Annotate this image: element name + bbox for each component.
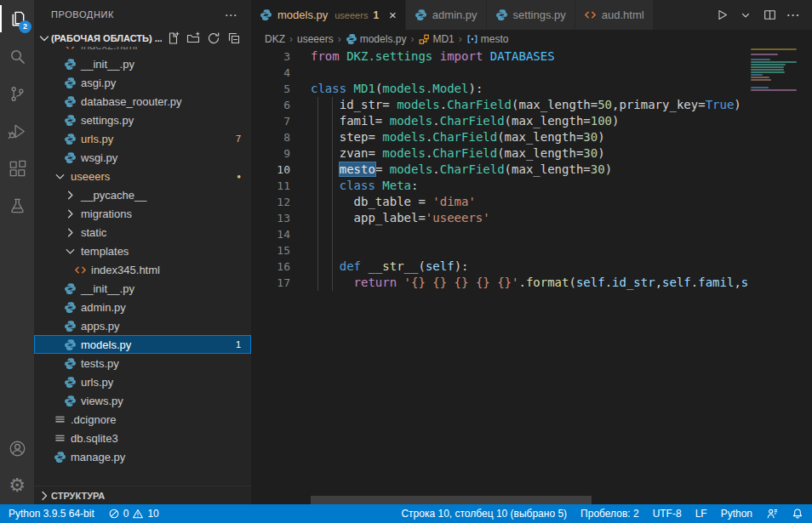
code-token: . (440, 98, 447, 111)
activity-bar-top: 2 (0, 0, 34, 225)
tab-settings.py[interactable]: settings.py (487, 0, 575, 30)
tree-item-__pycache__[interactable]: __pycache__ (34, 185, 251, 204)
code-line-text: from DKZ.settings import DATABASES (311, 48, 555, 65)
collapse-all-icon[interactable] (227, 31, 241, 45)
close-icon[interactable]: × (389, 9, 397, 21)
activity-search-button[interactable] (0, 37, 34, 75)
status-eol[interactable]: LF (695, 508, 707, 520)
activity-testing-button[interactable] (0, 187, 34, 225)
activity-explorer-button[interactable]: 2 (0, 0, 34, 37)
new-file-icon[interactable] (166, 31, 180, 45)
tree-item-label: .dcignore (71, 413, 116, 426)
line-number: 10 (251, 162, 290, 178)
tree-item-useeers[interactable]: useeers● (34, 167, 251, 185)
line-number: 3 (251, 48, 290, 65)
status-notifications[interactable] (792, 508, 803, 520)
code-token: models (390, 114, 433, 128)
tab-description: useeers (335, 10, 368, 20)
refresh-icon[interactable] (207, 31, 220, 45)
status-feedback[interactable] (766, 508, 778, 520)
tree-item-manage.py[interactable]: manage.py (34, 447, 251, 466)
tree-item-db.sqlite3[interactable]: db.sqlite3 (34, 429, 251, 447)
status-cursor-position[interactable]: Строка 10, столбец 10 (выбрано 5) (401, 508, 567, 520)
breadcrumb-item-DKZ[interactable]: DKZ (265, 33, 285, 45)
breadcrumb-item-MD1[interactable]: MD1 (418, 33, 454, 45)
run-button[interactable] (712, 5, 732, 26)
tab-aud.html[interactable]: aud.html (575, 0, 654, 30)
code-token: Meta (382, 179, 411, 192)
python-icon (495, 9, 508, 21)
minimap[interactable] (749, 48, 800, 92)
tab-label: models.py (277, 9, 328, 21)
tree-item-database_roouter.py[interactable]: database_roouter.py (34, 92, 251, 111)
activity-account-button[interactable] (0, 429, 34, 467)
tree-item-__init__.py[interactable]: __init__.py (34, 54, 251, 73)
breadcrumb: DKZ›useeers›models.py›MD1›mesto (251, 30, 812, 48)
code-area[interactable]: 3from DKZ.settings import DATABASES45cla… (251, 48, 749, 496)
tree-item-asgi.py[interactable]: asgi.py (34, 73, 251, 92)
code-token: ) (605, 162, 612, 176)
code-line: 14 (251, 226, 749, 242)
breadcrumb-item-mesto[interactable]: mesto (466, 33, 509, 45)
tree-item-settings.py[interactable]: settings.py (34, 111, 251, 129)
more-actions-icon[interactable]: ⋯ (224, 0, 237, 30)
tree-item-static[interactable]: static (34, 223, 251, 242)
code-token: self (662, 276, 691, 289)
new-folder-icon[interactable] (186, 31, 200, 45)
tree-item-apps.py[interactable]: apps.py (34, 316, 251, 335)
activity-settings-gear-button[interactable]: ⚙ (0, 467, 34, 504)
tab-admin.py[interactable]: admin.py (406, 0, 487, 30)
tree-item-views.py[interactable]: views.py (34, 391, 251, 410)
tree-item-urls.py[interactable]: urls.py7 (34, 129, 251, 148)
extensions-icon (8, 159, 27, 179)
source-control-icon (8, 84, 27, 104)
tree-item-index345.html[interactable]: index345.html (34, 260, 251, 279)
breadcrumb-separator: › (409, 33, 415, 45)
code-token: id_str (612, 276, 655, 289)
code-token: , (734, 276, 741, 289)
activity-run-debug-button[interactable] (0, 112, 34, 150)
error-count: 0 (123, 508, 129, 520)
split-editor-button[interactable] (759, 5, 780, 26)
outline-section-label: СТРУКТУРА (51, 491, 105, 501)
code-token: DKZ.settings (346, 49, 432, 63)
code-line: 9 zvan= models.CharField(max_length=30) (251, 145, 749, 162)
tree-item-.dcignore[interactable]: .dcignore (34, 410, 251, 429)
activity-source-control-button[interactable] (0, 75, 34, 112)
tab-models.py[interactable]: models.pyuseeers1× (251, 0, 406, 30)
breadcrumb-item-useeers[interactable]: useeers (297, 33, 334, 45)
workspace-section-header[interactable]: (РАБОЧАЯ ОБЛАСТЬ) ... (34, 30, 251, 47)
code-line-text: mesto= models.CharField(max_length=30) (311, 162, 612, 178)
more-actions-button[interactable]: ⋯ (783, 5, 803, 26)
code-token: zvan= (311, 146, 382, 160)
tree-item-label: models.py (81, 338, 131, 351)
code-token: DATABASES (490, 49, 555, 63)
horizontal-scrollbar[interactable] (311, 496, 592, 504)
breadcrumb-item-models.py[interactable]: models.py (346, 33, 407, 45)
tree-item-models.py[interactable]: models.py1 (34, 335, 251, 354)
tree-item-admin.py[interactable]: admin.py (34, 298, 251, 316)
status-language-mode[interactable]: Python (721, 508, 752, 520)
chevron-down-icon (63, 244, 77, 258)
tree-item-migrations[interactable]: migrations (34, 204, 251, 223)
python-interpreter[interactable]: Python 3.9.5 64-bit (9, 508, 94, 520)
status-encoding[interactable]: UTF-8 (653, 508, 682, 520)
tree-item-tests.py[interactable]: tests.py (34, 354, 251, 372)
tree-item-badge: 1 (236, 339, 241, 350)
status-indentation[interactable]: Пробелов: 2 (580, 508, 639, 520)
python-icon (63, 57, 77, 71)
warning-count: 10 (147, 508, 158, 520)
minimap-line (751, 79, 771, 81)
minimap-line (751, 69, 784, 71)
run-dropdown[interactable] (735, 5, 756, 26)
tree-item-__init__.py[interactable]: __init__.py (34, 279, 251, 298)
outline-section-header[interactable]: СТРУКТУРА (34, 486, 251, 504)
code-token: ) (598, 130, 604, 144)
tree-item-wsgi.py[interactable]: wsgi.py (34, 148, 251, 167)
code-token: 100 (591, 114, 612, 128)
activity-extensions-button[interactable] (0, 150, 34, 187)
problems-status[interactable]: 0 10 (108, 508, 159, 520)
tree-item-label: urls.py (81, 376, 113, 389)
tree-item-templates[interactable]: templates (34, 242, 251, 260)
tree-item-urls.py[interactable]: urls.py (34, 372, 251, 391)
